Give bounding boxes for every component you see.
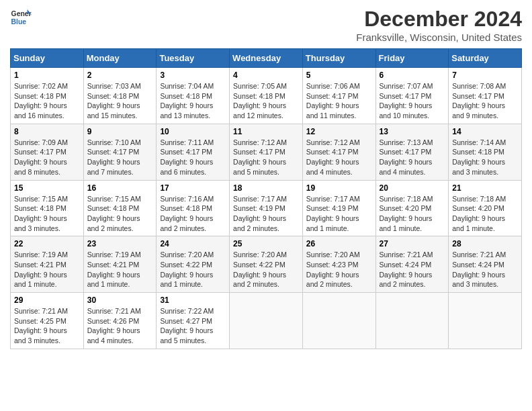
calendar-cell: 11Sunrise: 7:12 AMSunset: 4:17 PMDayligh… [230,124,303,180]
calendar-cell: 7Sunrise: 7:08 AMSunset: 4:17 PMDaylight… [449,68,522,124]
calendar-cell [302,293,375,349]
day-number: 15 [14,183,80,193]
calendar-cell: 14Sunrise: 7:14 AMSunset: 4:18 PMDayligh… [449,124,522,180]
calendar-cell [230,293,303,349]
day-number: 31 [160,295,226,305]
day-number: 8 [14,127,80,136]
day-detail: Sunrise: 7:12 AMSunset: 4:17 PMDaylight:… [306,138,372,177]
week-row-3: 15Sunrise: 7:15 AMSunset: 4:18 PMDayligh… [11,180,522,236]
calendar-cell: 1Sunrise: 7:02 AMSunset: 4:18 PMDaylight… [11,68,84,124]
day-number: 6 [380,71,445,80]
calendar-cell: 5Sunrise: 7:06 AMSunset: 4:17 PMDaylight… [302,68,375,124]
day-number: 5 [306,71,372,80]
day-number: 20 [380,183,445,193]
col-header-wednesday: Wednesday [230,49,303,68]
logo: General Blue [10,7,32,28]
calendar-cell: 31Sunrise: 7:22 AMSunset: 4:27 PMDayligh… [157,293,230,349]
day-number: 19 [306,183,372,193]
calendar-cell: 13Sunrise: 7:13 AMSunset: 4:17 PMDayligh… [375,124,449,180]
calendar-cell: 8Sunrise: 7:09 AMSunset: 4:17 PMDaylight… [11,124,84,180]
day-number: 2 [87,71,153,80]
day-number: 12 [306,127,372,136]
month-title: December 2024 [356,7,522,32]
page-header: General Blue December 2024 Franksville, … [10,7,522,43]
day-detail: Sunrise: 7:04 AMSunset: 4:18 PMDaylight:… [160,81,226,121]
day-number: 17 [160,183,226,193]
day-detail: Sunrise: 7:21 AMSunset: 4:24 PMDaylight:… [452,250,518,289]
day-number: 22 [14,239,80,248]
calendar-cell: 12Sunrise: 7:12 AMSunset: 4:17 PMDayligh… [302,124,375,180]
week-row-5: 29Sunrise: 7:21 AMSunset: 4:25 PMDayligh… [11,293,522,349]
calendar-cell: 25Sunrise: 7:20 AMSunset: 4:22 PMDayligh… [230,236,303,293]
day-detail: Sunrise: 7:14 AMSunset: 4:18 PMDaylight:… [452,138,518,177]
day-detail: Sunrise: 7:18 AMSunset: 4:20 PMDaylight:… [452,194,518,234]
day-number: 16 [87,183,153,193]
day-detail: Sunrise: 7:19 AMSunset: 4:21 PMDaylight:… [14,250,80,289]
day-detail: Sunrise: 7:20 AMSunset: 4:22 PMDaylight:… [233,250,299,289]
day-detail: Sunrise: 7:17 AMSunset: 4:19 PMDaylight:… [233,194,299,234]
day-number: 29 [14,295,80,305]
day-number: 3 [160,71,226,80]
calendar-cell: 26Sunrise: 7:20 AMSunset: 4:23 PMDayligh… [302,236,375,293]
calendar-cell: 27Sunrise: 7:21 AMSunset: 4:24 PMDayligh… [375,236,449,293]
day-detail: Sunrise: 7:08 AMSunset: 4:17 PMDaylight:… [452,81,518,121]
calendar-cell: 29Sunrise: 7:21 AMSunset: 4:25 PMDayligh… [11,293,84,349]
day-number: 28 [452,239,518,248]
calendar-cell: 28Sunrise: 7:21 AMSunset: 4:24 PMDayligh… [449,236,522,293]
calendar-cell: 6Sunrise: 7:07 AMSunset: 4:17 PMDaylight… [375,68,449,124]
title-area: December 2024 Franksville, Wisconsin, Un… [356,7,522,43]
calendar-cell: 22Sunrise: 7:19 AMSunset: 4:21 PMDayligh… [11,236,84,293]
calendar-cell: 23Sunrise: 7:19 AMSunset: 4:21 PMDayligh… [83,236,157,293]
day-detail: Sunrise: 7:05 AMSunset: 4:18 PMDaylight:… [233,81,299,121]
col-header-tuesday: Tuesday [157,49,230,68]
day-number: 25 [233,239,299,248]
logo-icon: General Blue [10,7,32,28]
week-row-2: 8Sunrise: 7:09 AMSunset: 4:17 PMDaylight… [11,124,522,180]
calendar-cell: 3Sunrise: 7:04 AMSunset: 4:18 PMDaylight… [157,68,230,124]
calendar-cell: 20Sunrise: 7:18 AMSunset: 4:20 PMDayligh… [375,180,449,236]
day-detail: Sunrise: 7:21 AMSunset: 4:24 PMDaylight:… [380,250,445,289]
calendar-cell: 24Sunrise: 7:20 AMSunset: 4:22 PMDayligh… [157,236,230,293]
day-number: 21 [452,183,518,193]
day-detail: Sunrise: 7:15 AMSunset: 4:18 PMDaylight:… [14,194,80,234]
day-detail: Sunrise: 7:09 AMSunset: 4:17 PMDaylight:… [14,138,80,177]
day-number: 18 [233,183,299,193]
day-detail: Sunrise: 7:15 AMSunset: 4:18 PMDaylight:… [87,194,153,234]
day-detail: Sunrise: 7:22 AMSunset: 4:27 PMDaylight:… [160,306,226,346]
calendar-cell: 18Sunrise: 7:17 AMSunset: 4:19 PMDayligh… [230,180,303,236]
day-number: 9 [87,127,153,136]
day-number: 4 [233,71,299,80]
week-row-1: 1Sunrise: 7:02 AMSunset: 4:18 PMDaylight… [11,68,522,124]
calendar-body: 1Sunrise: 7:02 AMSunset: 4:18 PMDaylight… [11,68,522,349]
location: Franksville, Wisconsin, United States [356,32,522,43]
day-number: 30 [87,295,153,305]
calendar-cell [449,293,522,349]
day-detail: Sunrise: 7:07 AMSunset: 4:17 PMDaylight:… [380,81,445,121]
day-number: 26 [306,239,372,248]
day-number: 10 [160,127,226,136]
day-detail: Sunrise: 7:21 AMSunset: 4:26 PMDaylight:… [87,306,153,346]
calendar-cell: 15Sunrise: 7:15 AMSunset: 4:18 PMDayligh… [11,180,84,236]
col-header-monday: Monday [83,49,157,68]
col-header-thursday: Thursday [302,49,375,68]
col-header-saturday: Saturday [449,49,522,68]
day-number: 27 [380,239,445,248]
day-detail: Sunrise: 7:16 AMSunset: 4:18 PMDaylight:… [160,194,226,234]
calendar-cell: 9Sunrise: 7:10 AMSunset: 4:17 PMDaylight… [83,124,157,180]
day-detail: Sunrise: 7:19 AMSunset: 4:21 PMDaylight:… [87,250,153,289]
day-detail: Sunrise: 7:06 AMSunset: 4:17 PMDaylight:… [306,81,372,121]
day-detail: Sunrise: 7:13 AMSunset: 4:17 PMDaylight:… [380,138,445,177]
day-number: 24 [160,239,226,248]
calendar-cell: 10Sunrise: 7:11 AMSunset: 4:17 PMDayligh… [157,124,230,180]
week-row-4: 22Sunrise: 7:19 AMSunset: 4:21 PMDayligh… [11,236,522,293]
calendar-cell: 17Sunrise: 7:16 AMSunset: 4:18 PMDayligh… [157,180,230,236]
calendar-cell: 21Sunrise: 7:18 AMSunset: 4:20 PMDayligh… [449,180,522,236]
col-header-sunday: Sunday [11,49,84,68]
day-detail: Sunrise: 7:18 AMSunset: 4:20 PMDaylight:… [380,194,445,234]
calendar-cell: 4Sunrise: 7:05 AMSunset: 4:18 PMDaylight… [230,68,303,124]
calendar-cell: 2Sunrise: 7:03 AMSunset: 4:18 PMDaylight… [83,68,157,124]
day-detail: Sunrise: 7:03 AMSunset: 4:18 PMDaylight:… [87,81,153,121]
day-detail: Sunrise: 7:21 AMSunset: 4:25 PMDaylight:… [14,306,80,346]
day-detail: Sunrise: 7:12 AMSunset: 4:17 PMDaylight:… [233,138,299,177]
calendar-cell: 16Sunrise: 7:15 AMSunset: 4:18 PMDayligh… [83,180,157,236]
